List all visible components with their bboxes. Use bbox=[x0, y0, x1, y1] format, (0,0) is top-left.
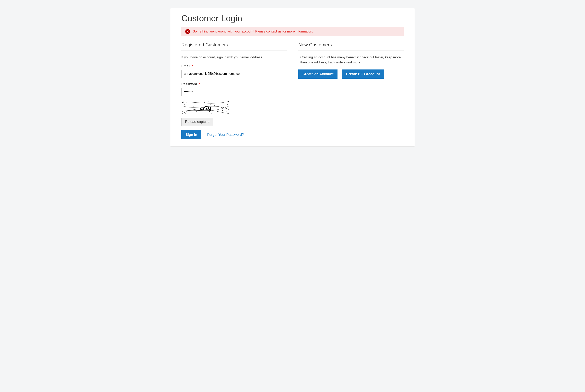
svg-point-46 bbox=[190, 114, 190, 114]
svg-point-12 bbox=[184, 104, 184, 105]
svg-point-24 bbox=[187, 108, 187, 108]
error-banner: Something went wrong with your account! … bbox=[181, 27, 404, 36]
svg-point-45 bbox=[185, 113, 185, 114]
new-customers-actions: Create an Account Create B2B Account bbox=[298, 70, 404, 79]
svg-point-50 bbox=[208, 114, 208, 114]
required-star-icon: * bbox=[199, 82, 200, 86]
svg-point-43 bbox=[222, 110, 223, 111]
svg-point-14 bbox=[192, 104, 192, 104]
new-customers-title: New Customers bbox=[298, 42, 404, 50]
email-field-wrapper: Email * bbox=[181, 64, 287, 78]
svg-point-1 bbox=[183, 102, 183, 102]
svg-point-10 bbox=[222, 102, 222, 102]
email-label-text: Email bbox=[181, 64, 190, 68]
password-label-text: Password bbox=[181, 82, 197, 86]
svg-point-52 bbox=[216, 114, 216, 114]
svg-point-19 bbox=[214, 105, 215, 106]
svg-point-7 bbox=[209, 102, 209, 102]
registered-title: Registered Customers bbox=[181, 42, 287, 50]
svg-point-51 bbox=[211, 113, 212, 114]
svg-point-26 bbox=[195, 108, 195, 108]
forgot-password-link[interactable]: Forgot Your Password? bbox=[207, 133, 244, 137]
svg-point-31 bbox=[217, 108, 217, 109]
svg-point-15 bbox=[197, 105, 197, 105]
svg-point-22 bbox=[227, 104, 228, 105]
svg-point-3 bbox=[191, 103, 191, 103]
password-input[interactable] bbox=[181, 88, 273, 96]
page-title: Customer Login bbox=[181, 14, 404, 23]
svg-point-20 bbox=[219, 104, 220, 104]
login-card: Customer Login Something went wrong with… bbox=[170, 8, 415, 146]
error-message: Something went wrong with your account! … bbox=[193, 30, 313, 34]
captcha-image: xr7q bbox=[181, 100, 229, 115]
svg-point-8 bbox=[213, 102, 213, 103]
svg-point-38 bbox=[200, 112, 201, 112]
email-input[interactable] bbox=[181, 70, 273, 78]
svg-point-48 bbox=[198, 114, 199, 114]
password-field-wrapper: Password * bbox=[181, 82, 287, 96]
svg-point-37 bbox=[196, 111, 197, 112]
svg-point-53 bbox=[220, 113, 221, 113]
svg-point-21 bbox=[223, 105, 224, 105]
error-icon bbox=[185, 29, 190, 34]
svg-point-32 bbox=[221, 108, 222, 108]
svg-point-49 bbox=[203, 113, 203, 114]
new-customers-block: New Customers Creating an account has ma… bbox=[298, 42, 404, 139]
svg-point-13 bbox=[189, 105, 189, 106]
columns: Registered Customers If you have an acco… bbox=[181, 42, 404, 139]
password-label: Password * bbox=[181, 82, 200, 86]
svg-text:xr7q: xr7q bbox=[199, 104, 211, 111]
svg-point-40 bbox=[209, 111, 210, 112]
svg-point-23 bbox=[183, 108, 183, 108]
svg-point-41 bbox=[213, 111, 214, 111]
svg-point-35 bbox=[188, 111, 188, 112]
create-b2b-account-button[interactable]: Create B2B Account bbox=[342, 70, 384, 79]
registered-intro: If you have an account, sign in with you… bbox=[181, 55, 287, 60]
required-star-icon: * bbox=[192, 64, 193, 68]
new-customers-intro: Creating an account has many benefits: c… bbox=[298, 55, 404, 65]
svg-point-4 bbox=[195, 102, 196, 102]
svg-point-44 bbox=[227, 111, 227, 112]
login-actions: Sign In Forgot Your Password? bbox=[181, 130, 287, 139]
svg-point-9 bbox=[217, 101, 218, 102]
email-label: Email * bbox=[181, 64, 193, 68]
svg-point-6 bbox=[204, 102, 205, 102]
svg-point-5 bbox=[200, 101, 200, 102]
sign-in-button[interactable]: Sign In bbox=[181, 130, 201, 139]
svg-point-47 bbox=[194, 113, 194, 113]
reload-captcha-button[interactable]: Reload captcha bbox=[181, 118, 213, 126]
create-account-button[interactable]: Create an Account bbox=[298, 70, 338, 79]
svg-point-16 bbox=[201, 104, 201, 104]
svg-point-30 bbox=[212, 108, 213, 108]
registered-customers-block: Registered Customers If you have an acco… bbox=[181, 42, 287, 139]
svg-point-54 bbox=[225, 114, 225, 114]
svg-point-2 bbox=[187, 101, 187, 102]
